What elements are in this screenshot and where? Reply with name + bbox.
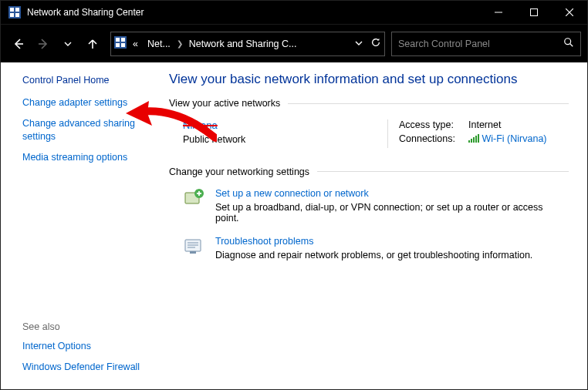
search-input[interactable] [398, 39, 563, 49]
address-bar[interactable]: « Net... ❯ Network and Sharing C... [110, 32, 385, 56]
active-networks-label: View your active networks [169, 98, 280, 109]
svg-rect-1 [10, 8, 14, 12]
back-button[interactable] [7, 32, 30, 55]
close-button[interactable] [552, 1, 587, 24]
svg-point-16 [565, 39, 571, 45]
control-panel-home-link[interactable]: Control Panel Home [22, 75, 152, 86]
address-dropdown[interactable] [355, 39, 363, 49]
page-heading: View your basic network information and … [169, 72, 569, 87]
svg-rect-13 [121, 38, 125, 42]
svg-rect-6 [531, 9, 538, 16]
minimize-button[interactable] [481, 1, 516, 24]
svg-rect-4 [15, 13, 19, 17]
svg-line-17 [570, 44, 573, 47]
svg-rect-14 [116, 43, 120, 47]
recent-dropdown[interactable] [56, 32, 79, 55]
content: Control Panel Home Change adapter settin… [1, 62, 587, 389]
search-icon[interactable] [563, 37, 574, 50]
search-box[interactable] [391, 32, 581, 56]
refresh-button[interactable] [370, 37, 381, 50]
svg-rect-3 [10, 13, 14, 17]
main-pane: View your basic network information and … [160, 62, 587, 389]
wifi-signal-icon [468, 134, 479, 145]
connections-label: Connections: [399, 133, 461, 144]
change-settings-header: Change your networking settings [169, 166, 569, 177]
breadcrumb-prefix: « [130, 39, 141, 49]
see-also-label: See also [22, 321, 152, 332]
change-settings-label: Change your networking settings [169, 166, 309, 177]
access-type-label: Access type: [399, 119, 461, 130]
svg-rect-21 [475, 136, 477, 143]
troubleshoot-link[interactable]: Troubleshoot problems [215, 236, 532, 247]
breadcrumb-1[interactable]: Net... [144, 39, 174, 49]
internet-options-link[interactable]: Internet Options [22, 340, 152, 353]
troubleshoot-item: Troubleshoot problems Diagnose and repai… [183, 236, 569, 261]
svg-rect-15 [121, 43, 125, 47]
windows-defender-firewall-link[interactable]: Windows Defender Firewall [22, 361, 152, 374]
network-name[interactable]: Nirvana [183, 119, 372, 131]
window-title: Network and Sharing Center [27, 7, 481, 18]
active-network-row: Nirvana Public network Access type: Inte… [183, 119, 569, 148]
window: Network and Sharing Center « Net... ❯ Ne… [0, 0, 588, 390]
address-icon [114, 36, 127, 51]
setup-connection-desc: Set up a broadband, dial-up, or VPN conn… [215, 202, 569, 224]
chevron-right-icon: ❯ [177, 39, 183, 48]
svg-rect-20 [473, 137, 475, 143]
media-streaming-options-link[interactable]: Media streaming options [22, 151, 152, 164]
breadcrumb-2[interactable]: Network and Sharing C... [186, 39, 300, 49]
svg-rect-19 [471, 139, 472, 143]
troubleshoot-icon [183, 236, 204, 257]
setup-connection-item: Set up a new connection or network Set u… [183, 188, 569, 224]
sidebar: Control Panel Home Change adapter settin… [1, 62, 160, 389]
titlebar: Network and Sharing Center [1, 1, 587, 24]
up-button[interactable] [81, 32, 104, 55]
svg-rect-22 [478, 134, 479, 143]
network-type: Public network [183, 134, 372, 145]
troubleshoot-desc: Diagnose and repair network problems, or… [215, 250, 532, 261]
change-adapter-settings-link[interactable]: Change adapter settings [22, 96, 152, 109]
setup-connection-icon [183, 188, 204, 210]
svg-rect-26 [190, 251, 196, 254]
maximize-button[interactable] [516, 1, 552, 24]
svg-rect-12 [116, 38, 120, 42]
svg-rect-18 [468, 140, 470, 143]
change-advanced-sharing-link[interactable]: Change advanced sharing settings [22, 117, 152, 143]
wifi-connection-link[interactable]: Wi-Fi (Nirvana) [482, 133, 546, 144]
nav-toolbar: « Net... ❯ Network and Sharing C... [1, 24, 587, 62]
app-icon [8, 6, 21, 18]
access-type-value: Internet [468, 119, 501, 130]
svg-rect-2 [15, 8, 19, 12]
active-networks-header: View your active networks [169, 98, 569, 109]
forward-button[interactable] [32, 32, 55, 55]
setup-connection-link[interactable]: Set up a new connection or network [215, 188, 569, 199]
